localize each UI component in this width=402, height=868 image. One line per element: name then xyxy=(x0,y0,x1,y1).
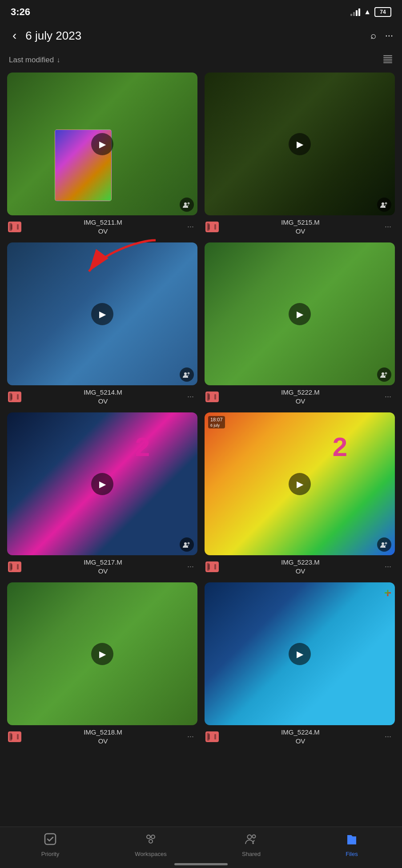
sort-label[interactable]: Last modified ↓ xyxy=(9,56,60,65)
file-item-6[interactable]: 18:076 july2 ▶ IMG_5223.MOV ··· xyxy=(205,412,395,575)
thumbnail[interactable]: 18:076 july2 ▶ xyxy=(205,412,395,555)
more-button[interactable]: ··· xyxy=(185,731,197,742)
shared-badge xyxy=(180,198,194,212)
nav-item-workspaces[interactable]: Workspaces xyxy=(133,832,169,857)
nav-label-priority: Priority xyxy=(41,851,59,857)
file-info: IMG_5217.MOV ··· xyxy=(7,558,197,575)
number-overlay: 2 xyxy=(333,434,347,460)
play-button[interactable]: ▶ xyxy=(91,133,113,155)
shared-badge xyxy=(180,367,194,382)
svg-point-10 xyxy=(382,202,384,205)
more-button[interactable]: ··· xyxy=(382,561,394,572)
more-button[interactable]: ··· xyxy=(185,561,197,572)
page-title: 6 july 2023 xyxy=(25,29,365,43)
nav-icon-files xyxy=(345,832,358,849)
file-item-1[interactable]: ▶ IMG_5211.MOV ··· xyxy=(7,73,197,235)
file-name: IMG_5222.MOV xyxy=(222,388,378,405)
thumbnail[interactable]: ▶ xyxy=(7,73,197,215)
thumbnail[interactable]: ▶ xyxy=(7,242,197,385)
nav-item-priority[interactable]: Priority xyxy=(32,832,68,857)
svg-rect-39 xyxy=(208,734,210,739)
file-item-5[interactable]: 2 ▶ IMG_5217.MOV ··· xyxy=(7,412,197,575)
svg-rect-13 xyxy=(208,224,210,230)
svg-point-25 xyxy=(184,542,187,545)
nav-label-workspaces: Workspaces xyxy=(135,851,166,857)
sort-bar: Last modified ↓ xyxy=(0,49,402,73)
more-options-icon[interactable]: ··· xyxy=(385,30,393,41)
play-button[interactable]: ▶ xyxy=(91,303,113,325)
shared-badge xyxy=(180,537,194,552)
svg-rect-2 xyxy=(383,59,392,60)
svg-rect-41 xyxy=(45,834,56,844)
svg-rect-1 xyxy=(383,57,392,58)
signal-icon xyxy=(350,8,360,16)
nav-label-files: Files xyxy=(346,851,358,857)
svg-point-43 xyxy=(151,835,155,839)
file-name: IMG_5215.MOV xyxy=(222,218,378,235)
film-icon xyxy=(8,561,21,572)
svg-rect-23 xyxy=(208,394,210,400)
nav-icon-shared xyxy=(245,832,258,849)
list-view-icon[interactable] xyxy=(382,53,393,66)
svg-rect-18 xyxy=(11,394,12,400)
thumbnail[interactable]: ▶ xyxy=(7,582,197,725)
play-button[interactable]: ▶ xyxy=(91,473,113,495)
film-icon xyxy=(8,731,21,742)
thumbnail[interactable]: + ▶ xyxy=(205,582,395,725)
svg-point-44 xyxy=(149,840,153,843)
thumbnail[interactable]: 2 ▶ xyxy=(7,412,197,555)
svg-point-31 xyxy=(385,542,387,545)
play-button[interactable]: ▶ xyxy=(289,643,311,665)
svg-point-46 xyxy=(253,835,256,838)
file-info: IMG_5214.MOV ··· xyxy=(7,388,197,405)
more-button[interactable]: ··· xyxy=(382,391,394,402)
nav-item-files[interactable]: Files xyxy=(334,832,370,857)
svg-rect-19 xyxy=(17,394,19,400)
thumbnail[interactable]: ▶ xyxy=(205,242,395,385)
file-info: IMG_5218.MOV ··· xyxy=(7,728,197,745)
svg-rect-24 xyxy=(214,394,216,400)
file-info: IMG_5211.MOV ··· xyxy=(7,218,197,235)
back-button[interactable]: ‹ xyxy=(9,27,20,44)
file-item-3[interactable]: ▶ IMG_5214.MOV ··· xyxy=(7,242,197,405)
svg-rect-4 xyxy=(383,62,392,63)
file-info: IMG_5223.MOV ··· xyxy=(205,558,395,575)
file-name: IMG_5214.MOV xyxy=(25,388,181,405)
shared-badge xyxy=(377,537,391,552)
shared-badge xyxy=(377,198,391,212)
shared-badge xyxy=(377,367,391,382)
film-icon xyxy=(205,392,219,402)
sort-direction-icon: ↓ xyxy=(56,56,60,64)
play-button[interactable]: ▶ xyxy=(289,303,311,325)
svg-rect-40 xyxy=(214,734,216,739)
svg-point-42 xyxy=(147,835,150,839)
file-item-7[interactable]: ▶ IMG_5218.MOV ··· xyxy=(7,582,197,745)
file-name: IMG_5224.MOV xyxy=(222,728,378,745)
status-icons: ▲ 74 xyxy=(350,7,391,17)
file-item-2[interactable]: ▶ IMG_5215.MOV ··· xyxy=(205,73,395,235)
file-item-8[interactable]: + ▶ IMG_5224.MOV ··· xyxy=(205,582,395,745)
file-info: IMG_5222.MOV ··· xyxy=(205,388,395,405)
wifi-icon: ▲ xyxy=(364,8,371,16)
search-icon[interactable]: ⌕ xyxy=(370,30,376,41)
svg-point-30 xyxy=(382,542,384,545)
file-item-4[interactable]: ▶ IMG_5222.MOV ··· xyxy=(205,242,395,405)
file-name: IMG_5218.MOV xyxy=(25,728,181,745)
play-button[interactable]: ▶ xyxy=(289,133,311,155)
play-button[interactable]: ▶ xyxy=(91,643,113,665)
svg-point-16 xyxy=(188,372,190,375)
play-button[interactable]: ▶ xyxy=(289,473,311,495)
more-button[interactable]: ··· xyxy=(382,731,394,742)
svg-rect-9 xyxy=(17,224,19,230)
thumbnail[interactable]: ▶ xyxy=(205,73,395,215)
more-button[interactable]: ··· xyxy=(382,221,394,232)
nav-item-shared[interactable]: Shared xyxy=(233,832,269,857)
more-button[interactable]: ··· xyxy=(185,391,197,402)
svg-rect-0 xyxy=(383,55,392,56)
svg-rect-14 xyxy=(214,224,216,230)
more-button[interactable]: ··· xyxy=(185,221,197,232)
film-icon xyxy=(205,561,219,572)
svg-point-5 xyxy=(184,202,187,205)
svg-rect-36 xyxy=(11,734,12,739)
timestamp-badge: 18:076 july xyxy=(208,416,225,428)
